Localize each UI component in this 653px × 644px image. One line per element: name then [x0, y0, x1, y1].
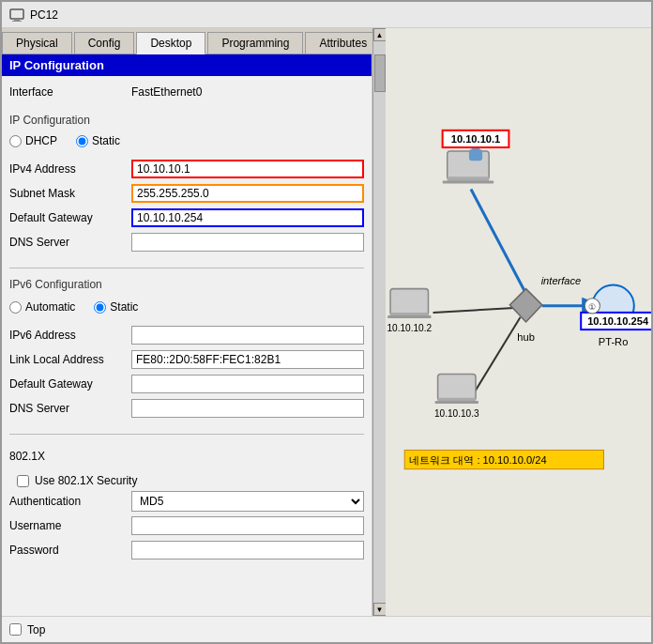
link-local-input[interactable]	[131, 350, 364, 369]
svg-line-5	[471, 317, 521, 398]
ipv6-dns-input[interactable]	[131, 399, 364, 418]
svg-text:hub: hub	[517, 331, 535, 343]
ipv6-static-label[interactable]: Static	[94, 300, 138, 314]
svg-text:10.10.10.3: 10.10.10.3	[434, 408, 479, 419]
subnet-mask-label: Subnet Mask	[9, 187, 131, 200]
dns-server-input[interactable]	[131, 233, 364, 252]
default-gateway-input[interactable]	[131, 208, 364, 227]
svg-rect-9	[443, 180, 494, 183]
scrollbar-thumb[interactable]	[374, 54, 386, 92]
ip-mode-radio-group: DHCP Static	[2, 129, 372, 153]
ipv6-gateway-input[interactable]	[131, 375, 364, 393]
link-local-label: Link Local Address	[9, 353, 131, 366]
auth-select[interactable]: MD5	[131, 491, 364, 512]
network-svg: 10.10.10.1 10.10.10.2 10.10.10.3 hub	[386, 28, 651, 616]
password-row: Password	[9, 540, 364, 560]
svg-rect-2	[12, 21, 22, 22]
ipv6-dns-row: DNS Server	[9, 398, 364, 419]
auth-row: Authentication MD5	[9, 491, 364, 512]
tab-bar: Physical Config Desktop Programming Attr…	[2, 28, 372, 54]
scroll-up-btn[interactable]: ▲	[373, 28, 387, 41]
ipv4-form: IPv4 Address Subnet Mask Default Gateway…	[2, 153, 372, 262]
bottom-bar: Top	[2, 616, 651, 642]
link-local-row: Link Local Address	[9, 349, 364, 370]
ipv6-section-label: IPv6 Configuration	[2, 274, 372, 295]
ipv4-address-input[interactable]	[131, 160, 364, 178]
network-diagram-panel: 10.10.10.1 10.10.10.2 10.10.10.3 hub	[386, 28, 651, 616]
use-security-checkbox[interactable]	[17, 475, 29, 487]
ipv6-static-text: Static	[110, 300, 138, 314]
svg-rect-14	[390, 289, 428, 315]
ip-config-header: IP Configuration	[2, 54, 372, 76]
svg-line-3	[471, 190, 526, 294]
static-radio[interactable]	[76, 135, 88, 147]
password-input[interactable]	[131, 541, 364, 560]
dhcp-radio-label[interactable]: DHCP	[9, 134, 57, 147]
ipv6-gateway-label: Default Gateway	[9, 377, 131, 391]
ipv6-automatic-label[interactable]: Automatic	[9, 300, 75, 314]
dns-server-label: DNS Server	[9, 236, 131, 249]
svg-rect-11	[469, 149, 482, 161]
username-label: Username	[9, 519, 131, 532]
security-section-label-row: 802.1X	[9, 446, 364, 467]
ipv4-address-row: IPv4 Address	[9, 159, 364, 179]
subnet-mask-input[interactable]	[131, 184, 364, 203]
ipv6-form: IPv6 Address Link Local Address Default …	[2, 319, 372, 428]
svg-text:PT-Ro: PT-Ro	[599, 336, 628, 347]
interface-row: Interface FastEthernet0	[9, 82, 364, 102]
divider-1	[9, 268, 364, 268]
dhcp-label: DHCP	[25, 134, 57, 147]
ipv6-static-radio[interactable]	[94, 301, 106, 314]
default-gateway-row: Default Gateway	[9, 207, 364, 228]
svg-line-4	[433, 308, 519, 313]
subnet-mask-row: Subnet Mask	[9, 183, 364, 204]
tab-desktop[interactable]: Desktop	[136, 32, 205, 54]
top-checkbox[interactable]	[9, 623, 22, 636]
password-label: Password	[9, 544, 131, 557]
ipv6-mode-radio-group: Automatic Static	[2, 295, 372, 319]
title-bar: PC12	[2, 2, 651, 28]
main-window: PC12 Physical Config Desktop Programming…	[0, 0, 653, 644]
svg-rect-16	[387, 315, 431, 318]
static-label: Static	[92, 134, 120, 147]
tab-physical[interactable]: Physical	[2, 32, 72, 54]
security-section-label: 802.1X	[9, 450, 45, 463]
svg-text:①: ①	[588, 302, 596, 312]
ipv6-address-label: IPv6 Address	[9, 329, 131, 342]
svg-rect-18	[438, 375, 476, 401]
default-gateway-label: Default Gateway	[9, 211, 131, 224]
svg-rect-0	[10, 9, 23, 19]
svg-rect-1	[14, 19, 20, 21]
scroll-down-btn[interactable]: ▼	[373, 603, 387, 616]
divider-2	[9, 434, 364, 435]
tab-programming[interactable]: Programming	[207, 32, 303, 54]
security-form: 802.1X Use 802.1X Security Authenticatio…	[2, 440, 372, 570]
ipv6-gateway-row: Default Gateway	[9, 374, 364, 394]
interface-label: Interface	[9, 85, 131, 99]
window-title: PC12	[30, 8, 58, 22]
dhcp-radio[interactable]	[9, 135, 22, 147]
top-label: Top	[27, 623, 45, 636]
svg-text:10.10.10.2: 10.10.10.2	[387, 323, 432, 333]
svg-rect-20	[435, 401, 478, 404]
ip-config-sublabel: IP Configuration	[2, 112, 372, 129]
username-input[interactable]	[131, 516, 364, 535]
tab-attributes[interactable]: Attributes	[305, 32, 381, 54]
network-diagram: 10.10.10.1 10.10.10.2 10.10.10.3 hub	[386, 28, 651, 616]
svg-marker-22	[509, 289, 541, 322]
svg-text:10.10.10.1: 10.10.10.1	[451, 133, 501, 145]
ipv4-address-label: IPv4 Address	[9, 162, 131, 176]
svg-text:10.10.10.254: 10.10.10.254	[587, 315, 649, 327]
use-security-row[interactable]: Use 802.1X Security	[9, 470, 364, 491]
dns-server-row: DNS Server	[9, 232, 364, 253]
pc-icon	[9, 8, 24, 23]
ipv6-address-input[interactable]	[131, 326, 364, 345]
scrollbar[interactable]: ▲ ▼	[372, 28, 386, 616]
use-security-label: Use 802.1X Security	[35, 474, 137, 487]
ipv6-automatic-radio[interactable]	[9, 301, 22, 314]
static-radio-label[interactable]: Static	[76, 134, 120, 147]
tab-config[interactable]: Config	[74, 32, 135, 54]
auth-label: Authentication	[9, 495, 131, 508]
svg-rect-7	[448, 151, 489, 179]
interface-value: FastEthernet0	[131, 85, 202, 99]
